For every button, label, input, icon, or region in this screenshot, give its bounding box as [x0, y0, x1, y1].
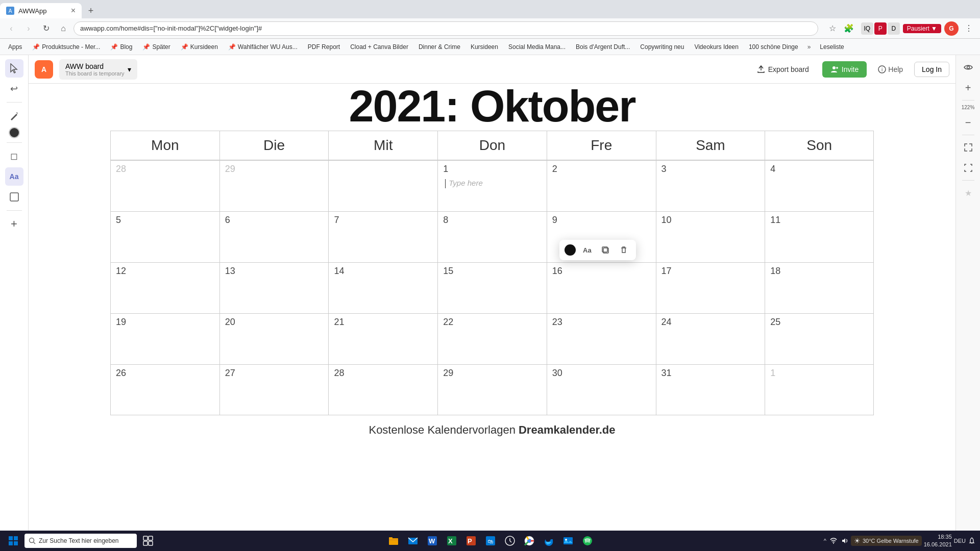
taskbar-search[interactable]: Zur Suche Text hier eingeben — [24, 534, 137, 548]
address-bar[interactable]: awwapp.com/home#dis=["no-init-modal"]%2C… — [74, 21, 818, 36]
popup-color-button[interactable] — [565, 244, 576, 256]
cal-cell-26[interactable]: 26 — [110, 364, 219, 415]
taskbar-spotify[interactable] — [578, 532, 597, 550]
popup-delete-button[interactable] — [617, 243, 631, 257]
cal-cell-29-oct[interactable]: 29 — [437, 364, 547, 415]
bookmark-blog[interactable]: 📌 Blog — [106, 42, 136, 52]
cal-cell-10[interactable]: 10 — [656, 211, 765, 262]
bookmark-more[interactable]: » — [804, 42, 814, 52]
cal-cell-23[interactable]: 23 — [547, 313, 656, 364]
help-button[interactable]: i Help — [873, 62, 908, 77]
taskbar-chrome[interactable] — [520, 532, 538, 550]
cal-cell-7[interactable]: 7 — [328, 211, 437, 262]
undo-tool[interactable]: ↩ — [5, 80, 23, 98]
cal-cell-22[interactable]: 22 — [437, 313, 547, 364]
cal-cell-1-nov[interactable]: 1 — [765, 364, 874, 415]
cal-cell-30-sep[interactable]: Aa — [328, 160, 437, 211]
active-tab[interactable]: A AWWApp × — [0, 3, 82, 18]
weather-badge[interactable]: ☀ 30°C Gelbe Warnstufe — [851, 536, 922, 546]
bookmark-100[interactable]: 100 schöne Dinge — [745, 42, 802, 52]
menu-button[interactable]: ⋮ — [962, 21, 976, 36]
tab-close-button[interactable]: × — [71, 6, 76, 15]
bookmark-dinner[interactable]: Dinner & Crime — [414, 42, 464, 52]
taskbar-edge[interactable] — [540, 532, 558, 550]
bookmark-spaeter[interactable]: 📌 Später — [138, 42, 174, 52]
cal-cell-12[interactable]: 12 — [110, 262, 219, 313]
taskbar-word[interactable]: W — [423, 532, 442, 550]
cal-cell-5[interactable]: 5 — [110, 211, 219, 262]
board-name-button[interactable]: AWW board This board is temporary ▾ — [59, 59, 137, 80]
pause-button[interactable]: Pausiert ▼ — [903, 24, 941, 33]
popup-font-button[interactable]: Aa — [580, 243, 594, 257]
cal-cell-29-sep[interactable]: 29 — [219, 160, 329, 211]
up-arrow-icon[interactable]: ^ — [824, 538, 826, 544]
expand-button[interactable] — [960, 139, 976, 156]
cal-cell-28-oct[interactable]: 28 — [328, 364, 437, 415]
cal-cell-20[interactable]: 20 — [219, 313, 329, 364]
taskbar-mail[interactable] — [404, 532, 422, 550]
taskbar-taskview[interactable] — [139, 532, 157, 550]
taskbar-icon5[interactable]: 🛍 — [481, 532, 500, 550]
ext-p-button[interactable]: P — [874, 22, 887, 35]
ext-d-button[interactable]: D — [888, 22, 900, 35]
cal-cell-24[interactable]: 24 — [656, 313, 765, 364]
cal-cell-2[interactable]: 2 — [547, 160, 656, 211]
cal-cell-16[interactable]: 16 — [547, 262, 656, 313]
taskbar-powerpoint[interactable]: P — [462, 532, 480, 550]
zoom-out-button[interactable]: − — [960, 114, 976, 131]
bookmark-kursideen1[interactable]: 📌 Kursideen — [177, 42, 222, 52]
text-tool[interactable]: Aa — [5, 167, 23, 186]
notification-icon[interactable] — [968, 537, 976, 545]
export-button[interactable]: Export board — [750, 62, 816, 77]
reload-button[interactable]: ↻ — [39, 21, 53, 36]
add-right-button[interactable]: + — [960, 80, 976, 96]
home-button[interactable]: ⌂ — [56, 21, 70, 36]
popup-copy-button[interactable] — [598, 243, 612, 257]
bookmark-produktsuche[interactable]: 📌 Produktsuche - Mer... — [28, 42, 104, 52]
type-here-area[interactable]: Type here — [443, 174, 542, 192]
bookmark-bois[interactable]: Bois d'Argent Duft... — [572, 42, 634, 52]
profile-button[interactable]: G — [944, 21, 959, 36]
taskbar-excel[interactable]: X — [443, 532, 461, 550]
bookmark-kursideen2[interactable]: Kursideen — [467, 42, 502, 52]
forward-button[interactable]: › — [21, 21, 36, 36]
network-icon[interactable] — [829, 537, 838, 545]
cal-cell-30[interactable]: 30 — [547, 364, 656, 415]
eraser-tool[interactable]: ◻ — [5, 147, 23, 165]
bookmark-leseliste[interactable]: Leseliste — [816, 42, 848, 52]
bookmark-button[interactable]: ☆ — [825, 21, 840, 36]
cal-cell-1[interactable]: 1 Type here — [437, 160, 547, 211]
bookmark-pdf[interactable]: PDF Report — [304, 42, 344, 52]
cal-cell-28-sep[interactable]: 28 — [110, 160, 219, 211]
color-picker[interactable] — [9, 127, 20, 138]
cal-cell-31[interactable]: 31 — [656, 364, 765, 415]
bookmark-copy[interactable]: Copywriting neu — [636, 42, 688, 52]
ext-iq-button[interactable]: IQ — [861, 22, 873, 35]
cal-cell-8[interactable]: 8 — [437, 211, 547, 262]
pencil-tool[interactable] — [5, 107, 23, 125]
cal-cell-14[interactable]: 14 — [328, 262, 437, 313]
cal-cell-15[interactable]: 15 — [437, 262, 547, 313]
add-tool[interactable]: + — [5, 215, 23, 233]
cal-cell-19[interactable]: 19 — [110, 313, 219, 364]
cal-cell-17[interactable]: 17 — [656, 262, 765, 313]
select-tool[interactable] — [5, 59, 23, 78]
new-tab-button[interactable]: + — [84, 4, 98, 18]
taskbar-photos[interactable] — [559, 532, 577, 550]
fit-button[interactable] — [960, 160, 976, 176]
cal-cell-13[interactable]: 13 — [219, 262, 329, 313]
bookmark-social[interactable]: Social Media Mana... — [504, 42, 570, 52]
bookmark-wahlfach[interactable]: 📌 Wahlfächer WU Aus... — [224, 42, 302, 52]
bookmark-apps[interactable]: Apps — [4, 42, 26, 52]
invite-button[interactable]: Invite — [822, 61, 867, 78]
cal-cell-11[interactable]: 11 — [765, 211, 874, 262]
sound-icon[interactable] — [841, 537, 849, 545]
eye-button[interactable] — [960, 59, 976, 76]
cal-cell-27[interactable]: 27 — [219, 364, 329, 415]
star-button[interactable]: ★ — [960, 185, 976, 201]
back-button[interactable]: ‹ — [4, 21, 18, 36]
cal-cell-6[interactable]: 6 — [219, 211, 329, 262]
sticky-tool[interactable] — [5, 188, 23, 206]
extension-button[interactable]: 🧩 — [842, 21, 856, 36]
cal-cell-4[interactable]: 4 — [765, 160, 874, 211]
